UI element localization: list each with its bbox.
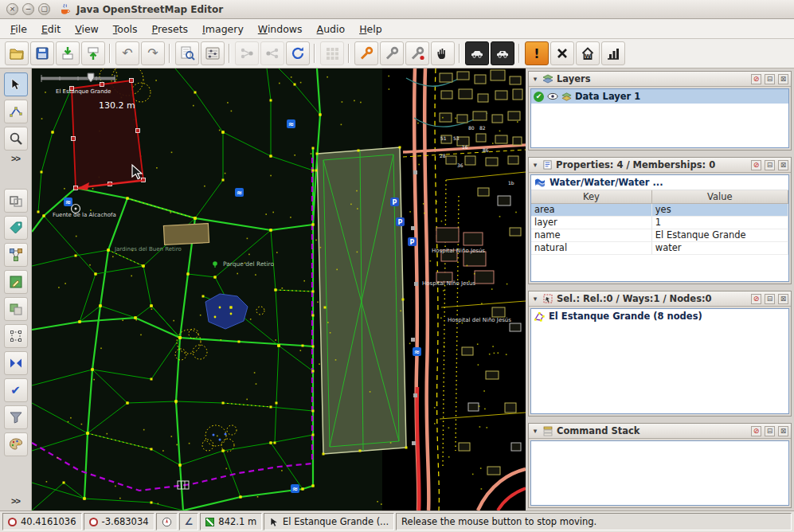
- sidebar-expand-top[interactable]: >>: [11, 154, 20, 163]
- property-value-natural[interactable]: water: [652, 242, 788, 255]
- refresh-button[interactable]: [286, 41, 310, 65]
- validation-warning-button[interactable]: !: [525, 41, 549, 65]
- property-key-name[interactable]: name: [531, 229, 652, 242]
- sidebar-expand-bottom[interactable]: >>: [11, 496, 20, 506]
- vehicle-style-button-2[interactable]: [491, 41, 514, 65]
- command-stack-detach-button[interactable]: ⊘: [751, 426, 761, 436]
- upload-button[interactable]: [81, 41, 105, 65]
- statusbar: 40.4161036 -3.683034 ∠ 842.1 m El Estanq…: [0, 510, 794, 532]
- menu-help[interactable]: Help: [352, 20, 389, 38]
- extrude-tool[interactable]: [4, 324, 28, 348]
- unglue-nodes-icon: [264, 45, 280, 61]
- property-value-area[interactable]: yes: [652, 204, 788, 217]
- window-close-button[interactable]: ×: [6, 3, 18, 15]
- statistics-button[interactable]: [601, 41, 625, 65]
- select-move-tool[interactable]: [4, 72, 28, 96]
- longitude-display[interactable]: -3.683034: [84, 513, 154, 530]
- selection-detach-button[interactable]: ⊘: [751, 294, 761, 304]
- layers-detach-button[interactable]: ⊘: [751, 74, 761, 84]
- key-column-header[interactable]: Key: [531, 190, 652, 204]
- layer-visibility-eye-icon[interactable]: [547, 92, 558, 101]
- latitude-display[interactable]: 40.4161036: [2, 513, 82, 530]
- menu-tools[interactable]: Tools: [106, 20, 145, 38]
- save-button[interactable]: [30, 41, 54, 65]
- mappaint-tool[interactable]: [4, 432, 28, 456]
- undo-button[interactable]: ↶: [115, 41, 139, 65]
- redo-button[interactable]: ↷: [141, 41, 165, 65]
- window-minimize-button[interactable]: −: [22, 3, 34, 15]
- tool-gray-button[interactable]: [380, 41, 404, 65]
- relation-tool[interactable]: [4, 243, 28, 267]
- property-key-layer[interactable]: layer: [531, 217, 652, 229]
- tag-tool[interactable]: [4, 216, 28, 240]
- collapse-arrow-icon[interactable]: ▾: [531, 75, 539, 83]
- selection-close-button[interactable]: ⊠: [778, 294, 788, 304]
- layers-panel-title: Layers: [557, 73, 748, 84]
- search-button[interactable]: [175, 41, 199, 65]
- layer-row-data-layer-1[interactable]: ✔ Data Layer 1: [531, 89, 788, 104]
- menu-view[interactable]: View: [68, 20, 106, 38]
- svg-text:El Estanque Grande: El Estanque Grande: [56, 88, 111, 95]
- properties-detach-button[interactable]: ⊘: [751, 160, 761, 170]
- edit-mode-toolbar: >> ✔ >>: [0, 68, 32, 510]
- menu-presets[interactable]: Presets: [145, 20, 196, 38]
- delete-mode-button[interactable]: [550, 41, 574, 65]
- properties-stick-button[interactable]: ⊟: [765, 160, 775, 170]
- filter-tool[interactable]: [4, 405, 28, 429]
- menu-edit[interactable]: Edit: [34, 20, 68, 38]
- selection-display[interactable]: El Estanque Grande (...: [264, 513, 394, 530]
- open-button[interactable]: [5, 41, 29, 65]
- layers-list: ✔ Data Layer 1: [530, 88, 789, 148]
- merge-area-tool[interactable]: [4, 297, 28, 321]
- preferences-button[interactable]: [201, 41, 225, 65]
- tag-icon: [8, 220, 24, 236]
- menu-audio[interactable]: Audio: [310, 20, 353, 38]
- vehicle-style-button-1[interactable]: [465, 41, 489, 65]
- map-canvas[interactable]: P P P ≈ ≈ ≈ ≈ ≈: [32, 68, 526, 510]
- window-maximize-button[interactable]: ▢: [38, 3, 50, 15]
- selection-item[interactable]: El Estanque Grande (8 nodes): [531, 309, 788, 323]
- validate-tool[interactable]: ✔: [4, 378, 28, 402]
- edit-area-tool[interactable]: [4, 270, 28, 294]
- home-button[interactable]: W: [576, 41, 600, 65]
- layers-close-button[interactable]: ⊠: [778, 74, 788, 84]
- collapse-arrow-icon[interactable]: ▾: [531, 295, 539, 303]
- layer-active-check-icon[interactable]: ✔: [534, 92, 544, 102]
- heading-display[interactable]: [156, 513, 178, 530]
- selection-stick-button[interactable]: ⊟: [765, 294, 775, 304]
- command-stack-stick-button[interactable]: ⊟: [765, 426, 775, 436]
- property-key-area[interactable]: area: [531, 204, 652, 217]
- car2-icon: [495, 45, 510, 61]
- handles-square-icon: [8, 328, 24, 344]
- property-key-natural[interactable]: natural: [531, 242, 652, 255]
- distance-display[interactable]: 842.1 m: [200, 513, 262, 530]
- svg-text:Hospital Niño Jesus: Hospital Niño Jesus: [422, 280, 475, 287]
- svg-text:80: 80: [468, 125, 475, 131]
- value-column-header[interactable]: Value: [652, 190, 788, 204]
- preset-row[interactable]: Water/Water/Water ...: [531, 175, 788, 190]
- parallel-way-tool[interactable]: [4, 189, 28, 213]
- mirror-tool[interactable]: [4, 351, 28, 375]
- collapse-arrow-icon[interactable]: ▾: [531, 161, 539, 169]
- properties-close-button[interactable]: ⊠: [778, 160, 788, 170]
- menu-imagery[interactable]: Imagery: [195, 20, 251, 38]
- layers-stick-button[interactable]: ⊟: [765, 74, 775, 84]
- property-value-name[interactable]: El Estanque Grande: [652, 229, 788, 242]
- menu-file[interactable]: File: [3, 20, 34, 38]
- command-stack-close-button[interactable]: ⊠: [778, 426, 788, 436]
- draw-nodes-tool[interactable]: [4, 100, 28, 123]
- angle-display[interactable]: ∠: [179, 513, 199, 530]
- svg-text:51: 51: [440, 135, 447, 141]
- svg-text:≈: ≈: [237, 189, 243, 197]
- selection-cursor-icon: [269, 517, 279, 527]
- pan-button[interactable]: [431, 41, 455, 65]
- tool-red-button[interactable]: [405, 41, 429, 65]
- download-button[interactable]: [56, 41, 80, 65]
- adjust-imagery-button[interactable]: [354, 41, 378, 65]
- menu-windows[interactable]: Windows: [251, 20, 310, 38]
- zoom-mode-tool[interactable]: [4, 127, 28, 151]
- collapse-arrow-icon[interactable]: ▾: [531, 427, 539, 435]
- command-stack-list: [530, 440, 789, 506]
- property-value-layer[interactable]: 1: [652, 217, 788, 229]
- main-toolbar: ↶ ↷ ! W: [0, 39, 794, 68]
